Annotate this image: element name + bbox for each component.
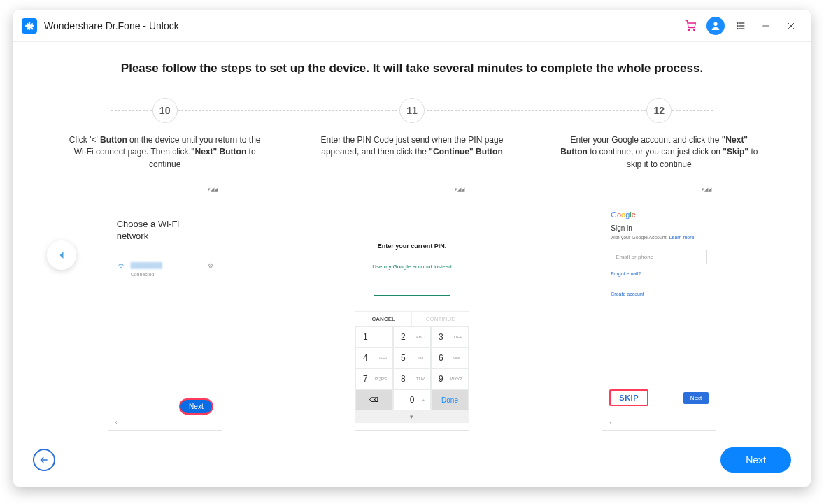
page-heading: Please follow the steps to set up the de… [27, 62, 797, 75]
wifi-title: Choose a Wi-Fi network [108, 194, 222, 247]
step-description: Click '<' Button on the device until you… [50, 134, 280, 172]
step-12: 12 Enter your Google account and click t… [544, 98, 774, 431]
key-8: 8TUV [394, 369, 430, 389]
phone-back-icon: ‹ [115, 419, 118, 426]
key-5: 5JKL [394, 348, 430, 368]
svg-point-4 [713, 22, 717, 25]
signin-title: Sign in [611, 224, 707, 232]
footer: Next [13, 447, 811, 473]
email-input: Email or phone [611, 250, 707, 264]
create-account-link: Create account [611, 291, 707, 296]
next-button[interactable]: Next [720, 447, 791, 473]
step-10: 10 Click '<' Button on the device until … [50, 98, 280, 431]
pin-alt-link: Use my Google account instead [355, 264, 469, 270]
step-number: 11 [399, 98, 425, 123]
key-4: 4GHI [356, 348, 392, 368]
wifi-status: Connected [108, 272, 222, 277]
svg-point-9 [737, 28, 738, 29]
key-done: Done [432, 390, 468, 410]
close-button[interactable] [780, 15, 802, 37]
learn-more-link: Learn more [669, 235, 695, 240]
nav-down-icon: ▾ [355, 410, 469, 423]
minimize-button[interactable] [755, 15, 777, 37]
phone-back-icon: ‹ [609, 419, 611, 426]
app-title: Wondershare Dr.Fone - Unlock [44, 20, 179, 31]
phone-skip-button: SKIP [609, 389, 648, 406]
step-number: 12 [646, 98, 672, 123]
step-description: Enter your Google account and click the … [544, 134, 774, 172]
svg-point-3 [694, 29, 695, 30]
menu-icon[interactable] [730, 15, 752, 37]
phone-next-button: Next [683, 392, 709, 404]
phone-mock-11: ▾◢◢ Enter your current PIN. Use my Googl… [355, 185, 469, 431]
steps-row: 10 Click '<' Button on the device until … [27, 98, 797, 431]
cancel-button: CANCEL [355, 312, 413, 326]
pin-title: Enter your current PIN. [355, 243, 469, 250]
titlebar: Wondershare Dr.Fone - Unlock [13, 10, 811, 42]
user-button[interactable] [704, 15, 727, 37]
back-button[interactable] [33, 449, 55, 471]
phone-next-button: Next [179, 398, 213, 415]
key-1: 1 [356, 327, 392, 347]
main-content: Please follow the steps to set up the de… [13, 42, 811, 431]
svg-point-7 [737, 25, 738, 26]
app-window: Wondershare Dr.Fone - Unlock Please foll… [13, 10, 811, 487]
status-bar: ▾◢◢ [108, 185, 222, 194]
key-7: 7PQRS [356, 369, 392, 389]
svg-rect-1 [25, 24, 34, 26]
step-description: Enter the PIN Code just send when the PI… [297, 134, 527, 172]
gear-icon: ⚙ [208, 262, 213, 269]
key-2: 2ABC [394, 327, 430, 347]
wifi-name: ████████ [131, 262, 208, 268]
key-9: 9WXYZ [432, 369, 468, 389]
svg-point-2 [688, 29, 689, 30]
step-number: 10 [152, 98, 178, 123]
pin-buttons: CANCEL CONTINUE [355, 311, 469, 326]
svg-point-14 [120, 267, 121, 268]
key-0: 0+ [394, 390, 430, 410]
svg-point-5 [737, 22, 738, 23]
status-bar: ▾◢◢ [602, 185, 716, 194]
key-3: 3DEF [432, 327, 468, 347]
status-bar: ▾◢◢ [355, 185, 469, 194]
signin-subtitle: with your Google Account. Learn more [611, 235, 707, 240]
step-11: 11 Enter the PIN Code just send when the… [297, 98, 527, 431]
google-logo: Google [611, 210, 707, 219]
phone-mock-10: ▾◢◢ Choose a Wi-Fi network ████████ ⚙ Co… [108, 185, 222, 431]
phone-mock-12: ▾◢◢ Google Sign in with your Google Acco… [602, 185, 716, 431]
wifi-icon [117, 261, 125, 271]
forgot-email-link: Forgot email? [611, 271, 707, 276]
cart-icon[interactable] [679, 15, 702, 37]
key-6: 6MNO [432, 348, 468, 368]
keypad: 1 2ABC 3DEF 4GHI 5JKL 6MNO 7PQRS 8TUV [355, 326, 469, 410]
app-icon [22, 18, 37, 34]
continue-button: CONTINUE [412, 312, 469, 326]
key-back: ⌫ [356, 390, 392, 410]
pin-underline [374, 295, 450, 296]
